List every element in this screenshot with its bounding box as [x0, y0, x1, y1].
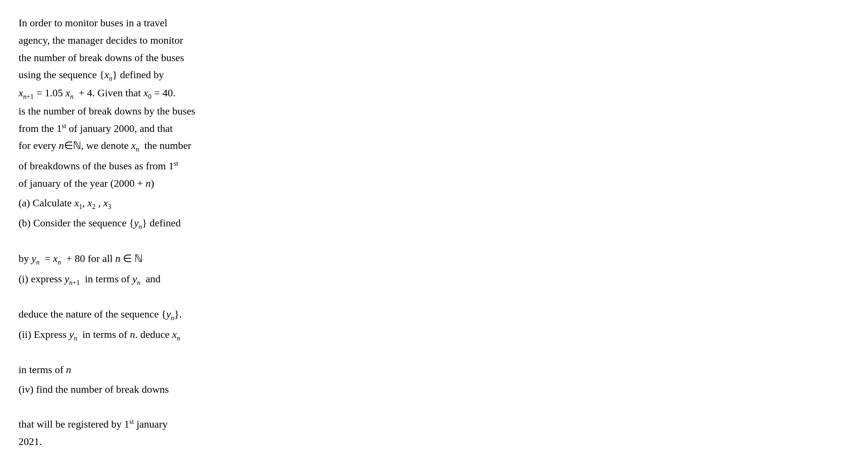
part-iv-block: (iv) find the number of break downs that… [19, 381, 278, 450]
line-21: (iv) find the number of break downs [19, 381, 278, 398]
line-15: (i) express yn+1 in terms of yn and [19, 271, 278, 288]
line-9: of breakdowns of the buses as from 1st [19, 158, 278, 175]
main-content: In order to monitor buses in a travel ag… [19, 15, 278, 450]
line-11: (a) Calculate x1, x2 , x3 [19, 195, 278, 212]
line-13 [19, 233, 278, 250]
line-3: the number of break downs of the buses [19, 50, 278, 66]
part-b-ii-block: (ii) Express yn in terms of n. deduce xn… [19, 326, 278, 378]
line-12: (b) Consider the sequence {yn} defined [19, 215, 278, 232]
line-18: (ii) Express yn in terms of n. deduce xn [19, 326, 278, 344]
intro-block: In order to monitor buses in a travel ag… [19, 15, 278, 155]
line-16 [19, 289, 278, 305]
part-b-block: (b) Consider the sequence {yn} defined b… [19, 215, 278, 268]
line-10: of january of the year (2000 + n) [19, 175, 278, 192]
line-14: by yn = xn + 80 for all n ∈ ℕ [19, 250, 278, 268]
line-20: in terms of n [19, 362, 278, 378]
line-5: xn+1 = 1.05 xn + 4. Given that x0 = 40. [19, 85, 278, 102]
line-4: using the sequence {xn} defined by [19, 67, 278, 84]
breakdown-block: of breakdowns of the buses as from 1st o… [19, 158, 278, 192]
line-2: agency, the manager decides to monitor [19, 32, 278, 49]
part-a-block: (a) Calculate x1, x2 , x3 [19, 195, 278, 212]
line-6: is the number of break downs by the buse… [19, 103, 278, 120]
line-7: from the 1st of january 2000, and that [19, 120, 278, 137]
part-b-i-block: (i) express yn+1 in terms of yn and dedu… [19, 271, 278, 323]
line-23: that will be registered by 1st january [19, 416, 278, 433]
line-17: deduce the nature of the sequence {yn}. [19, 306, 278, 323]
line-24: 2021. [19, 434, 278, 450]
line-22 [19, 399, 278, 415]
line-19 [19, 345, 278, 361]
line-1: In order to monitor buses in a travel [19, 15, 278, 31]
line-8: for every n∈ℕ, we denote xn the number [19, 137, 278, 155]
